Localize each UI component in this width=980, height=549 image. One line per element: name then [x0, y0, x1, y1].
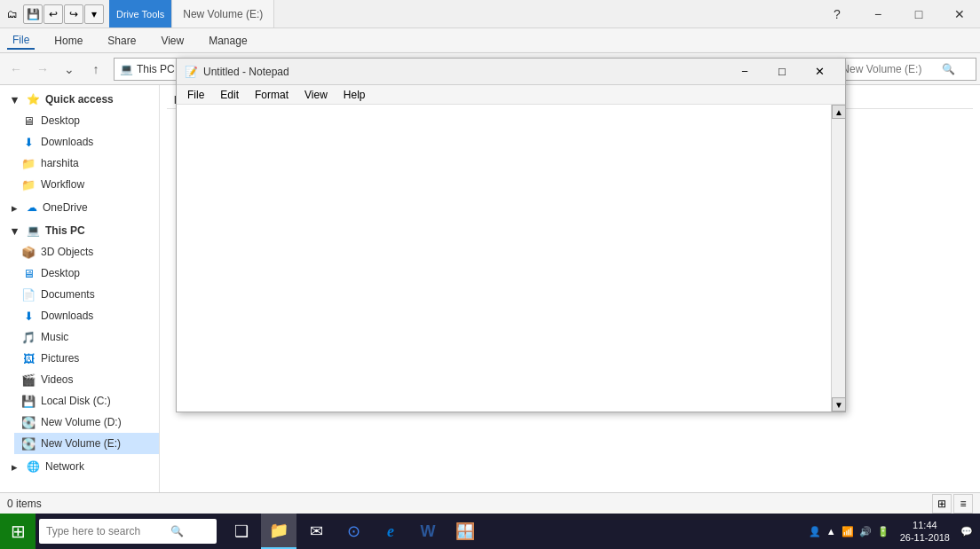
scroll-up-button[interactable]: ▲ — [832, 105, 846, 119]
ribbon-tabs-bar: Drive Tools New Volume (E:) — [109, 0, 274, 27]
notepad-menu-help[interactable]: Help — [336, 87, 373, 103]
sidebar-downloads-qa-label: Downloads — [41, 136, 93, 148]
redo-button[interactable]: ↪ — [64, 4, 83, 24]
sidebar-item-volumed[interactable]: 💽 New Volume (D:) — [14, 412, 159, 433]
task-view-icon: ❑ — [234, 522, 249, 541]
notepad-menu-file[interactable]: File — [180, 87, 211, 103]
ribbon: File Home Share View Manage — [0, 28, 980, 53]
sidebar-3dobjects-label: 3D Objects — [41, 246, 93, 258]
chrome-taskbar-icon: ⊙ — [347, 522, 360, 541]
sidebar-item-workflow[interactable]: 📁 Workflow — [14, 174, 159, 195]
window-controls: ? − □ ✕ — [817, 0, 980, 27]
pictures-icon: 🖼 — [21, 351, 36, 365]
taskbar-search-bar[interactable]: 🔍 — [39, 519, 217, 544]
taskbar-app-icons: ❑ 📁 ✉ ⊙ e W 🪟 — [224, 514, 483, 549]
taskbar-search-icon: 🔍 — [170, 525, 184, 537]
sidebar-onedrive[interactable]: ▸ ☁ OneDrive — [0, 197, 159, 218]
sidebar-item-volumee[interactable]: 💽 New Volume (E:) — [14, 433, 159, 454]
details-view-button[interactable]: ⊞ — [932, 494, 952, 514]
notepad-icon: 📝 — [184, 65, 198, 79]
list-view-button[interactable]: ≡ — [953, 494, 973, 514]
sidebar-item-localc[interactable]: 💾 Local Disk (C:) — [14, 390, 159, 412]
downloads-icon-pc: ⬇ — [21, 309, 36, 323]
notepad-menu-edit[interactable]: Edit — [213, 87, 246, 103]
minimize-button[interactable]: − — [858, 0, 898, 28]
notepad-menu-format[interactable]: Format — [248, 87, 296, 103]
chrome-taskbar-button[interactable]: ⊙ — [336, 514, 371, 549]
tray-network-icon[interactable]: 📶 — [842, 526, 854, 537]
3dobjects-icon: 📦 — [21, 245, 36, 259]
ribbon-file[interactable]: File — [7, 32, 35, 50]
tray-people-icon[interactable]: 👤 — [809, 526, 821, 537]
tab-drivetools[interactable]: Drive Tools — [109, 0, 172, 27]
sidebar-item-documents[interactable]: 📄 Documents — [14, 284, 159, 305]
scroll-down-button[interactable]: ▼ — [832, 397, 846, 412]
sidebar-network[interactable]: ▸ 🌐 Network — [0, 456, 159, 477]
sidebar-downloads-pc-label: Downloads — [41, 310, 93, 322]
notepad-minimize-button[interactable]: − — [726, 59, 763, 85]
volumed-icon: 💽 — [21, 415, 36, 429]
sidebar-pictures-label: Pictures — [41, 352, 79, 365]
notepad-maximize-button[interactable]: □ — [763, 59, 801, 85]
notepad-menu-view[interactable]: View — [297, 87, 335, 103]
clock-time: 11:44 — [900, 519, 950, 531]
taskbar: ⊞ 🔍 ❑ 📁 ✉ ⊙ e W 🪟 👤 ▲ 📶 🔊 — [0, 514, 980, 549]
thispc-expand-icon: ▾ — [7, 224, 21, 238]
sidebar-item-videos[interactable]: 🎬 Videos — [14, 369, 159, 390]
notepad-window: 📝 Untitled - Notepad − □ ✕ File Edit For… — [176, 58, 846, 412]
taskbar-search-input[interactable] — [46, 525, 170, 537]
mail-taskbar-icon: ✉ — [310, 522, 323, 541]
sidebar-onedrive-label: OneDrive — [43, 201, 88, 214]
back-button[interactable]: ← — [4, 57, 28, 82]
action-center-icon[interactable]: 💬 — [960, 526, 973, 537]
ribbon-share[interactable]: Share — [102, 33, 141, 49]
sidebar-item-downloads-qa[interactable]: ⬇ Downloads — [14, 131, 159, 153]
help-button[interactable]: ? — [817, 0, 858, 28]
tray-expand-icon[interactable]: ▲ — [826, 526, 836, 537]
ribbon-view[interactable]: View — [155, 33, 189, 49]
task-view-button[interactable]: ❑ — [224, 514, 259, 549]
tray-volume-icon[interactable]: 🔊 — [859, 526, 872, 537]
localc-icon: 💾 — [21, 394, 36, 408]
sidebar-quickaccess-header[interactable]: ▾ ⭐ Quick access — [0, 89, 159, 110]
desktop-icon-qa: 🖥 — [21, 114, 36, 128]
ribbon-home[interactable]: Home — [49, 33, 88, 49]
maximize-button[interactable]: □ — [898, 0, 939, 28]
sidebar-item-desktop-qa[interactable]: 🖥 Desktop — [14, 110, 159, 131]
notepad-scrollbar[interactable]: ▲ ▼ — [831, 105, 845, 412]
sidebar-thispc-header[interactable]: ▾ 💻 This PC — [0, 220, 159, 241]
sidebar-item-downloads-pc[interactable]: ⬇ Downloads — [14, 305, 159, 326]
view-icons: ⊞ ≡ — [932, 494, 973, 514]
recent-locations-button[interactable]: ⌄ — [57, 57, 82, 82]
sidebar-item-harshita[interactable]: 📁 harshita — [14, 153, 159, 174]
address-thispc: This PC — [137, 63, 175, 75]
start-button[interactable]: ⊞ — [0, 514, 36, 549]
save-button[interactable]: 💾 — [23, 4, 43, 24]
store-taskbar-button[interactable]: 🪟 — [447, 514, 483, 549]
up-button[interactable]: ↑ — [83, 57, 108, 82]
sidebar-volumed-label: New Volume (D:) — [41, 416, 122, 428]
word-taskbar-button[interactable]: W — [410, 514, 446, 549]
ribbon-manage[interactable]: Manage — [203, 33, 252, 49]
notepad-close-button[interactable]: ✕ — [801, 59, 838, 85]
forward-button[interactable]: → — [30, 57, 55, 82]
quick-save-buttons: 💾 ↩ ↪ ▾ — [23, 4, 104, 24]
system-clock[interactable]: 11:44 26-11-2018 — [893, 519, 957, 545]
notepad-title-text: Untitled - Notepad — [203, 66, 726, 78]
title-bar: 🗂 💾 ↩ ↪ ▾ Drive Tools New Volume (E:) ? … — [0, 0, 980, 28]
edge-taskbar-button[interactable]: e — [373, 514, 408, 549]
clock-date: 26-11-2018 — [900, 531, 950, 544]
undo-button[interactable]: ↩ — [43, 4, 63, 24]
sidebar-item-3dobjects[interactable]: 📦 3D Objects — [14, 241, 159, 263]
file-explorer-taskbar-button[interactable]: 📁 — [261, 514, 296, 549]
customize-qs-button[interactable]: ▾ — [84, 4, 104, 24]
sidebar-item-music[interactable]: 🎵 Music — [14, 326, 159, 348]
close-button[interactable]: ✕ — [939, 0, 980, 28]
tray-battery-icon[interactable]: 🔋 — [877, 526, 889, 537]
notepad-textarea[interactable] — [177, 105, 831, 412]
address-pc-icon: 💻 — [120, 63, 133, 75]
quickaccess-label: Quick access — [45, 93, 114, 106]
mail-taskbar-button[interactable]: ✉ — [298, 514, 334, 549]
sidebar-item-desktop-pc[interactable]: 🖥 Desktop — [14, 263, 159, 284]
sidebar-item-pictures[interactable]: 🖼 Pictures — [14, 348, 159, 369]
